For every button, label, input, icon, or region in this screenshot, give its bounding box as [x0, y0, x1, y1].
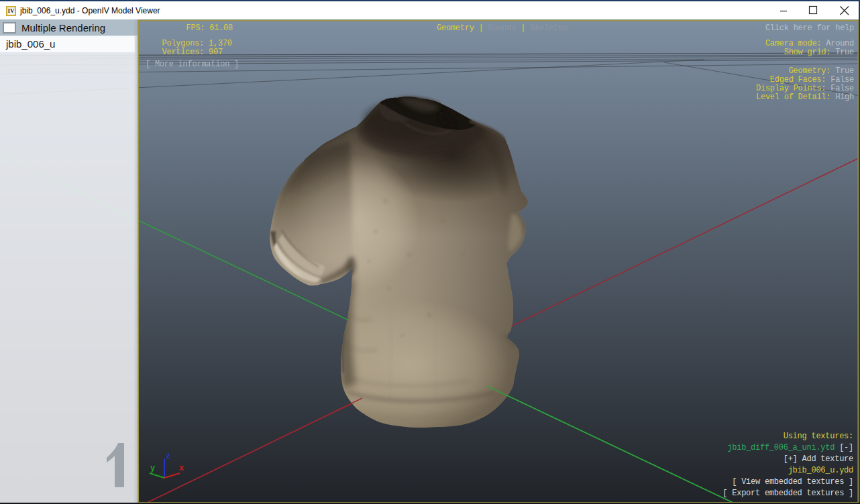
svg-text:y: y [150, 464, 155, 473]
svg-text:z: z [166, 452, 170, 461]
svg-text:x: x [179, 464, 184, 473]
